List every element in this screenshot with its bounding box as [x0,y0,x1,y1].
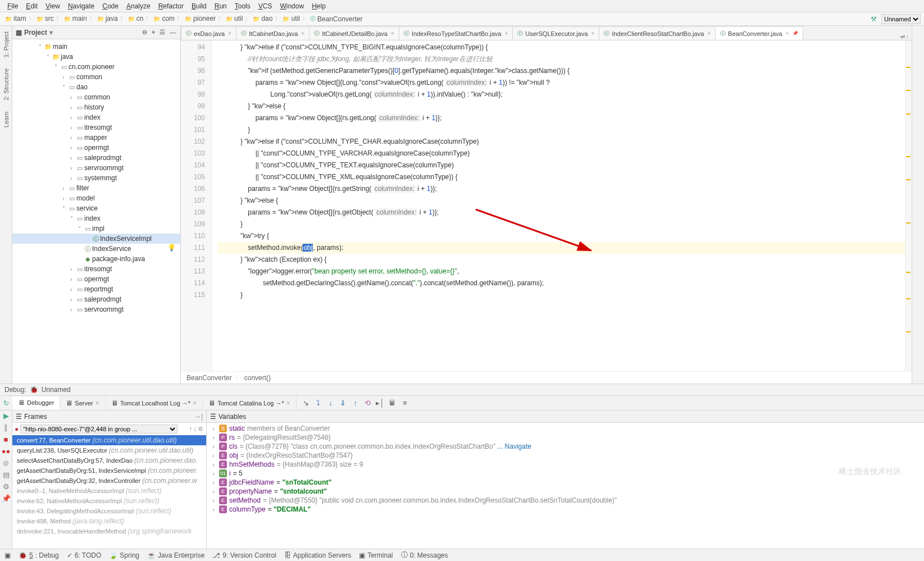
tree-common[interactable]: ›▭common [12,72,180,82]
crumb-pioneer[interactable]: pioneer [183,15,217,22]
crumb-com[interactable]: com [152,15,176,22]
debug-tab-tomcat-catalina-log-[interactable]: 🖥Tomcat Catalina Log →* × [203,396,297,409]
step-into-icon[interactable]: ↓ [326,399,336,407]
status-0-messages[interactable]: ⓘ0: Messages [401,550,448,560]
tool-window-icon[interactable]: ▣ [4,551,11,559]
tree-saleprodmgt[interactable]: ›▭saleprodmgt [12,153,180,163]
pin-icon[interactable]: 📌 [2,494,11,503]
debug-tab-debugger[interactable]: 🖥Debugger [12,396,60,410]
frame-row[interactable]: convert:77, BeanConverter (cn.com.pionee… [12,435,206,445]
build-icon[interactable]: ⚒ [871,15,877,23]
trace-icon[interactable]: ≡ [400,399,410,407]
debug-step-toolbar[interactable]: ↘ ⤵ ↓ ⇓ ↑ ⟲ ▸│ 🖩 ≡ [297,399,415,407]
close-icon[interactable]: × [707,30,711,37]
tab-IndexClientResoStatChartBo.java[interactable]: ⓒIndexClientResoStatChartBo.java× [599,26,716,40]
var-cls[interactable]: ›P cls = {Class@7278} "class cn.com.pion… [207,442,924,451]
status-terminal[interactable]: ▣Terminal [359,551,393,559]
frames-list[interactable]: convert:77, BeanConverter (cn.com.pionee… [12,435,206,549]
breadcrumb[interactable]: itamsrcmainjavacncompioneerutildaoutilBe… [3,15,365,23]
var-rs[interactable]: ›P rs = {DelegatingResultSet@7546} [207,433,924,442]
frame-row[interactable]: selectAssetChartDataByOrg:57, IndexDao (… [12,455,206,466]
tool-2-structure[interactable]: 2: Structure [3,69,10,101]
menu-view[interactable]: View [42,1,64,11]
menu-code[interactable]: Code [98,1,122,11]
menu-edit[interactable]: Edit [22,1,42,11]
editor-crumb-1[interactable]: convert() [244,374,271,382]
settings-icon[interactable]: ⚙ [3,482,10,491]
editor-breadcrumb[interactable]: BeanConverterconvert() [181,371,912,384]
tree-package-info-java[interactable]: ◆package-info.java [12,254,180,264]
show-exec-icon[interactable]: ↘ [301,399,311,407]
tree-systemmgt[interactable]: ›▭systemmgt [12,173,180,183]
tab-ItCabinetUDetailBo.java[interactable]: ⓒItCabinetUDetailBo.java× [309,26,399,40]
crumb-cn[interactable]: cn [126,15,145,22]
frame-row[interactable]: getAssetChartDataByOrg:51, IndexServiceI… [12,466,206,476]
crumb-util[interactable]: util [224,15,244,22]
thread-selector[interactable]: ● "http-nio-8080-exec-7"@2,448 in group … [12,423,206,435]
locate-icon[interactable]: ⌖ [151,29,156,36]
tree-main[interactable]: ˅📁main [12,42,180,52]
tree-history[interactable]: ›▭history [12,102,180,112]
tab-BeanConverter.java[interactable]: ⓒBeanConverter.java× [715,26,803,40]
debug-tab-tomcat-localhost-log-[interactable]: 🖥Tomcat Localhost Log →* × [106,396,203,409]
frame-row[interactable]: invoke:62, NativeMethodAccessorImpl (sun… [12,496,206,506]
status-5-debug[interactable]: 🐞5: Debug [19,551,59,559]
frame-row[interactable]: invoke0:-1, NativeMethodAccessorImpl (su… [12,486,206,496]
filter-icon[interactable]: ⚟ [198,425,204,433]
variables-list[interactable]: ›S static members of BeanConverter›P rs … [207,423,924,549]
tree-opermgt[interactable]: ›▭opermgt [12,274,180,284]
settings-icon[interactable]: ☰ [158,29,166,36]
debug-actions[interactable]: ▶ ∥ ■ ●● ⊘ ▤ ⚙ 📌 [0,411,12,549]
crumb-main[interactable]: main [62,15,89,22]
status-9-version-control[interactable]: ⎇9: Version Control [212,551,276,559]
editor-tabs[interactable]: ⓒexDao.java×ⓒItCabinetDao.java×ⓒItCabine… [181,26,912,40]
hide-icon[interactable]: — [169,29,177,36]
tree-mapper[interactable]: ›▭mapper [12,133,180,143]
menu-run[interactable]: Run [211,1,231,11]
tree-reportmgt[interactable]: ›▭reportmgt [12,284,180,294]
view-breakpoints-icon[interactable]: ●● [2,447,11,455]
tree-java[interactable]: ˅📁java [12,52,180,62]
thread-dropdown[interactable]: "http-nio-8080-exec-7"@2,448 in group ..… [20,425,177,434]
status-java-enterprise[interactable]: ☕Java Enterprise [147,551,204,559]
crumb-dao[interactable]: dao [251,15,274,22]
tree-saleprodmgt[interactable]: ›▭saleprodmgt [12,294,180,304]
var-propertyName[interactable]: ›E propertyName = "sntotalcount" [207,487,924,496]
tree-impl[interactable]: ˅▭impl [12,224,180,234]
rerun-icon[interactable]: ↻ [3,399,9,407]
tree-servroommgt[interactable]: ›▭servroommgt [12,304,180,314]
run-config-select[interactable]: Unnamed [881,14,921,24]
close-icon[interactable]: × [301,30,304,37]
close-icon[interactable]: × [228,30,231,37]
collapse-icon[interactable]: ⊖ [141,29,148,36]
force-step-into-icon[interactable]: ⇓ [338,399,348,407]
close-icon[interactable]: × [391,30,394,37]
menu-refactor[interactable]: Refactor [154,1,188,11]
next-frame-icon[interactable]: ↓ [193,425,197,433]
menu-build[interactable]: Build [188,1,211,11]
tab-IndexResoTypeStatChartBo.java[interactable]: ⓒIndexResoTypeStatChartBo.java× [399,26,513,40]
var-i[interactable]: ›01 i = 5 [207,469,924,478]
crumb-itam[interactable]: itam [3,15,28,22]
frame-row[interactable]: invoke:43, DelegatingMethodAccessorImpl … [12,506,206,516]
layout-icon[interactable]: ▤ [3,471,10,479]
crumb-java[interactable]: java [95,15,120,22]
stop-icon[interactable]: ■ [4,435,8,444]
var-static[interactable]: ›S static members of BeanConverter [207,424,924,433]
frame-row[interactable]: doInvoke:221, InvocableHandlerMethod (or… [12,526,206,536]
var-jdbcFieldName[interactable]: ›E jdbcFieldName = "snTotalCount" [207,478,924,487]
resume-icon[interactable]: ▶ [3,412,9,420]
tool-1-project[interactable]: 1: Project [3,31,10,57]
tree-model[interactable]: ›▭model [12,193,180,203]
step-over-icon[interactable]: ⤵ [313,399,324,407]
pause-icon[interactable]: ∥ [4,423,8,432]
var-hmSetMethods[interactable]: ›E hmSetMethods = {HashMap@7363} size = … [207,460,924,469]
crumb-BeanConverter[interactable]: BeanConverter [308,15,365,23]
close-icon[interactable]: × [786,30,789,37]
step-out-icon[interactable]: ↑ [351,399,361,407]
tab-UserSQLExecutor.java[interactable]: ⓒUserSQLExecutor.java× [512,26,599,40]
close-icon[interactable]: × [504,30,508,37]
var-setMethod[interactable]: ›E setMethod = {Method@7550} "public voi… [207,496,924,505]
tab-ItCabinetDao.java[interactable]: ⓒItCabinetDao.java× [236,26,309,40]
crumb-src[interactable]: src [35,15,56,22]
